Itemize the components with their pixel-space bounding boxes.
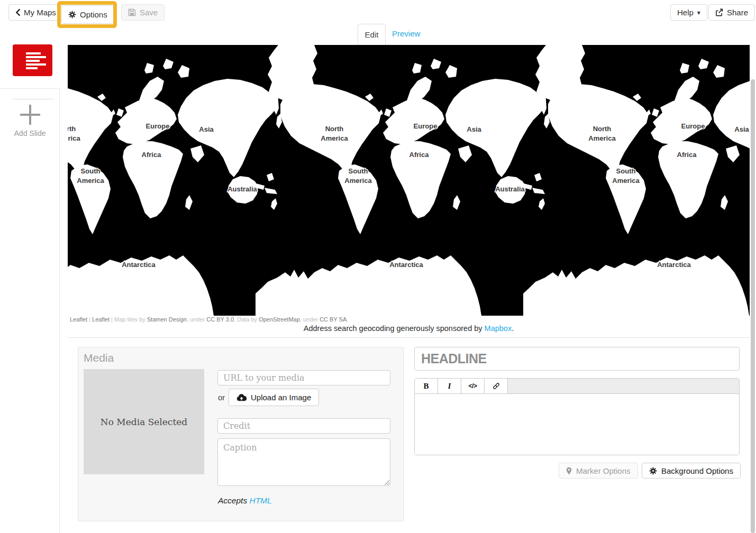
no-media-label: No Media Selected [101, 417, 187, 427]
scrollbar[interactable] [751, 79, 755, 533]
editor-text-area[interactable] [415, 394, 739, 455]
italic-button[interactable]: I [438, 379, 461, 393]
attribution-text: , under [187, 316, 206, 323]
cc-by-link[interactable]: CC BY 3.0 [206, 316, 234, 323]
cc-by-sa-link[interactable]: CC BY SA [320, 316, 347, 323]
or-label: or [218, 393, 225, 402]
background-options-button[interactable]: Background Options [642, 463, 741, 479]
attribution-separator: | [87, 316, 92, 323]
media-url-input[interactable] [217, 370, 390, 385]
share-label: Share [727, 8, 748, 17]
rich-text-editor: B I </> [414, 378, 740, 455]
headline-input[interactable] [414, 347, 740, 371]
no-media-preview: No Media Selected [84, 369, 204, 474]
leaflet-link-2[interactable]: Leaflet [92, 316, 110, 323]
my-maps-label: My Maps [24, 8, 56, 17]
marker-options-button[interactable]: Marker Options [559, 463, 638, 479]
leaflet-attribution: Leaflet | Leaflet | Map tiles by Stamen … [68, 316, 750, 323]
link-button[interactable] [485, 379, 508, 393]
credit-input[interactable] [217, 418, 390, 434]
slide-text-icon [26, 52, 46, 69]
media-panel-title: Media [84, 352, 114, 364]
share-icon [715, 8, 723, 16]
help-label: Help [677, 8, 694, 17]
help-button[interactable]: Help ▾ [670, 4, 707, 21]
bold-button[interactable]: B [415, 379, 438, 393]
map-canvas[interactable]: Europe Asia Africa North America South A… [68, 45, 750, 316]
slide-list-divider [13, 99, 53, 99]
marker-options-label: Marker Options [576, 466, 631, 475]
sidebar-section-divider [0, 88, 60, 89]
slide-thumbnail[interactable] [13, 44, 52, 76]
tab-preview[interactable]: Preview [392, 29, 420, 38]
sponsor-period: . [512, 324, 514, 333]
share-button[interactable]: Share [708, 4, 755, 21]
options-button[interactable]: Options [61, 5, 114, 24]
tab-edit-label: Edit [365, 30, 379, 39]
my-maps-button[interactable]: My Maps [8, 4, 63, 21]
sponsor-text: Address search geocoding generously spon… [304, 324, 485, 333]
save-button[interactable]: Save [121, 4, 165, 21]
chevron-left-icon [15, 9, 20, 16]
attribution-text: , under [300, 316, 320, 323]
background-options-label: Background Options [661, 466, 733, 475]
plus-icon [20, 105, 40, 125]
accepts-html-note: Accepts HTML [218, 496, 272, 506]
mapbox-link[interactable]: Mapbox [485, 324, 512, 333]
code-button[interactable]: </> [461, 379, 485, 393]
save-icon [128, 8, 136, 16]
add-slide-button[interactable]: Add Slide [0, 105, 60, 137]
gear-icon [649, 467, 657, 475]
sponsor-note: Address search geocoding generously spon… [68, 324, 750, 338]
sidebar-border [59, 88, 60, 533]
upload-image-label: Upload an Image [251, 393, 311, 402]
options-label: Options [80, 10, 107, 19]
accepts-label: Accepts [218, 496, 249, 505]
html-link[interactable]: HTML [249, 496, 271, 505]
link-icon [493, 382, 500, 390]
osm-link[interactable]: OpenStreetMap [259, 316, 300, 323]
leaflet-link[interactable]: Leaflet [70, 316, 87, 323]
attribution-text: . [347, 316, 348, 323]
map-pin-icon [566, 467, 572, 475]
attribution-text: | Map tiles by [110, 316, 147, 323]
tab-edit[interactable]: Edit [358, 24, 386, 45]
stamen-link[interactable]: Stamen Design [147, 316, 187, 323]
save-label: Save [140, 8, 158, 17]
attribution-text: . Data by [234, 316, 259, 323]
add-slide-label: Add Slide [0, 129, 60, 137]
editor-toolbar: B I </> [415, 379, 739, 394]
caret-down-icon: ▾ [697, 9, 700, 16]
upload-image-button[interactable]: Upload an Image [229, 389, 319, 406]
gear-icon [68, 11, 76, 19]
cloud-upload-icon [236, 394, 247, 401]
caption-input[interactable] [217, 438, 390, 486]
media-panel: Media No Media Selected or Upload an Ima… [78, 347, 404, 521]
